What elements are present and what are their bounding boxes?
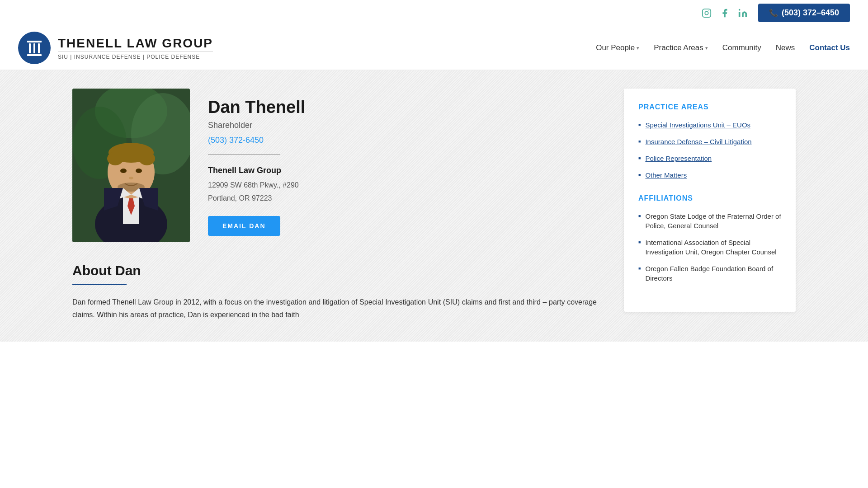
nav-news[interactable]: News — [776, 43, 795, 52]
practice-area-other[interactable]: Other Matters — [645, 170, 687, 180]
svg-point-23 — [136, 169, 142, 173]
chevron-down-icon: ▾ — [705, 45, 708, 51]
profile-card: Dan Thenell Shareholder (503) 372-6450 T… — [72, 89, 597, 245]
facebook-icon[interactable] — [718, 7, 731, 19]
list-item: Police Representation — [638, 154, 781, 163]
chevron-down-icon: ▾ — [637, 45, 639, 51]
affiliation-3: Oregon Fallen Badge Foundation Board of … — [645, 264, 781, 283]
profile-title: Shareholder — [208, 121, 305, 130]
affiliation-2: International Association of Special Inv… — [645, 238, 781, 257]
list-item: Oregon Fallen Badge Foundation Board of … — [638, 264, 781, 283]
about-text: Dan formed Thenell Law Group in 2012, wi… — [72, 296, 597, 322]
practice-area-police[interactable]: Police Representation — [645, 154, 712, 163]
practice-areas-title: PRACTICE AREAS — [638, 103, 781, 111]
list-item: Insurance Defense – Civil Litigation — [638, 137, 781, 146]
profile-section: Dan Thenell Shareholder (503) 372-6450 T… — [72, 89, 796, 322]
svg-rect-6 — [27, 41, 42, 42]
sidebar-right: PRACTICE AREAS Special Investigations Un… — [624, 89, 796, 322]
svg-rect-8 — [33, 43, 35, 53]
about-divider — [72, 284, 127, 285]
svg-point-20 — [107, 152, 123, 165]
affiliations-title: AFFILIATIONS — [638, 194, 781, 202]
practice-areas-list: Special Investigations Unit – EUOs Insur… — [638, 120, 781, 180]
profile-main: Dan Thenell Shareholder (503) 372-6450 T… — [72, 89, 597, 322]
nav-community[interactable]: Community — [722, 43, 761, 52]
instagram-icon[interactable] — [700, 7, 713, 19]
list-item: Other Matters — [638, 170, 781, 180]
list-item: International Association of Special Inv… — [638, 238, 781, 257]
svg-rect-5 — [27, 54, 42, 56]
affiliations-list: Oregon State Lodge of the Fraternal Orde… — [638, 211, 781, 283]
address-line1: 12909 SW 68th Pkwy., #290 — [208, 179, 305, 192]
address-line2: Portland, OR 97223 — [208, 192, 305, 205]
profile-phone[interactable]: (503) 372-6450 — [208, 136, 305, 145]
profile-info: Dan Thenell Shareholder (503) 372-6450 T… — [208, 89, 305, 245]
svg-point-4 — [739, 9, 741, 10]
about-section: About Dan Dan formed Thenell Law Group i… — [72, 263, 597, 322]
svg-point-1 — [705, 11, 708, 14]
phone-number: (503) 372–6450 — [782, 8, 839, 18]
list-item: Special Investigations Unit – EUOs — [638, 120, 781, 130]
svg-rect-0 — [703, 9, 711, 17]
nav-our-people[interactable]: Our People ▾ — [596, 43, 639, 52]
social-icons — [700, 7, 749, 19]
svg-rect-7 — [29, 43, 31, 53]
practice-area-siu[interactable]: Special Investigations Unit – EUOs — [645, 120, 750, 130]
logo-area: THENELL LAW GROUP SIU | INSURANCE DEFENS… — [18, 32, 213, 64]
firm-address: 12909 SW 68th Pkwy., #290 Portland, OR 9… — [208, 179, 305, 205]
list-item: Oregon State Lodge of the Fraternal Orde… — [638, 211, 781, 230]
nav-practice-areas[interactable]: Practice Areas ▾ — [654, 43, 708, 52]
company-name: THENELL LAW GROUP — [58, 36, 213, 51]
phone-button[interactable]: 📞 (503) 372–6450 — [758, 4, 850, 22]
affiliation-1: Oregon State Lodge of the Fraternal Orde… — [645, 211, 781, 230]
linkedin-icon[interactable] — [736, 7, 749, 19]
practice-area-insurance[interactable]: Insurance Defense – Civil Litigation — [645, 137, 751, 146]
logo-icon — [18, 32, 51, 64]
svg-point-2 — [708, 10, 709, 11]
main-content: Dan Thenell Shareholder (503) 372-6450 T… — [0, 70, 868, 342]
sidebar-card: PRACTICE AREAS Special Investigations Un… — [624, 89, 796, 312]
profile-name: Dan Thenell — [208, 98, 305, 117]
profile-photo — [72, 89, 190, 242]
svg-rect-3 — [739, 12, 741, 17]
email-dan-button[interactable]: EMAIL DAN — [208, 216, 280, 236]
about-title: About Dan — [72, 263, 597, 278]
svg-rect-9 — [38, 43, 40, 53]
top-bar: 📞 (503) 372–6450 — [0, 0, 868, 26]
svg-point-22 — [120, 169, 127, 173]
company-tagline: SIU | INSURANCE DEFENSE | POLICE DEFENSE — [58, 52, 213, 60]
nav-contact-us[interactable]: Contact Us — [809, 43, 850, 52]
main-nav: Our People ▾ Practice Areas ▾ Community … — [596, 43, 850, 52]
svg-point-24 — [129, 177, 133, 179]
svg-point-21 — [139, 152, 155, 165]
logo-text: THENELL LAW GROUP SIU | INSURANCE DEFENS… — [58, 36, 213, 60]
profile-divider — [208, 154, 280, 155]
firm-name: Thenell Law Group — [208, 166, 305, 175]
header: THENELL LAW GROUP SIU | INSURANCE DEFENS… — [0, 26, 868, 70]
phone-icon: 📞 — [769, 9, 778, 17]
